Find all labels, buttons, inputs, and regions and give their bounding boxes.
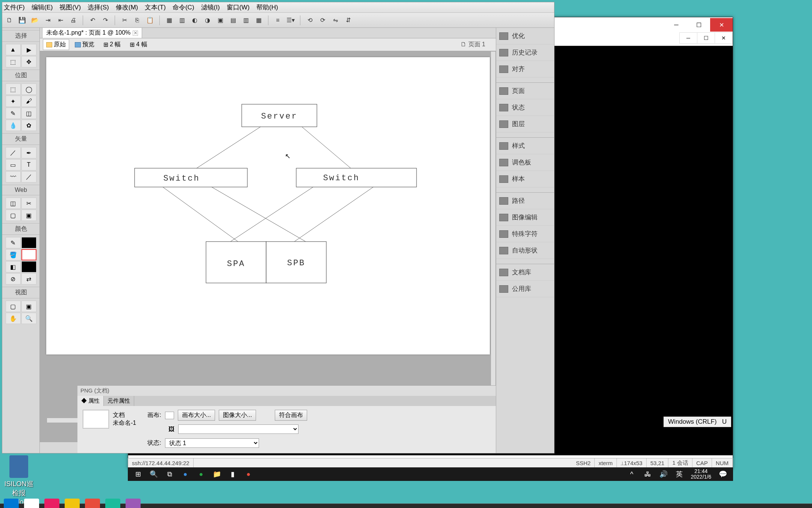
menu-command[interactable]: 命令(C) — [173, 3, 194, 12]
app-icon[interactable]: ▮ — [225, 468, 241, 480]
tray-chevron-icon[interactable]: ^ — [624, 468, 640, 480]
sub-close[interactable]: ✕ — [715, 32, 733, 44]
menu-modify[interactable]: 修改(M) — [116, 3, 138, 12]
ungroup-icon[interactable]: ▥ — [177, 15, 187, 25]
tool-panel[interactable]: 选择 ▲ ▶ ⬚ ✥ 位图 ⬚ ◯ ✦ 🖌 ✎ ◫ 💧 ✿ 矢量 ／ ✒ — [2, 28, 40, 453]
align2-icon[interactable]: ☰▾ — [286, 15, 295, 25]
tb-app3[interactable] — [44, 499, 59, 508]
hide-tool[interactable]: ▢ — [6, 210, 21, 221]
menu-filter[interactable]: 滤镜(I) — [201, 3, 220, 12]
start-icon[interactable]: ⊞ — [130, 468, 146, 480]
open-icon[interactable]: 📂 — [30, 15, 40, 25]
view-2up[interactable]: ⊞ 2 幅 — [100, 39, 124, 50]
rotate-l-icon[interactable]: ⟲ — [305, 15, 315, 25]
shape2-icon[interactable]: ◑ — [203, 15, 212, 25]
clock[interactable]: 21:442022/1/6 — [687, 468, 715, 480]
view-4up[interactable]: ⊞ 4 幅 — [126, 39, 150, 50]
pointer-tool[interactable]: ▲ — [6, 44, 21, 55]
swap-colors[interactable] — [21, 261, 36, 272]
screen-mode2[interactable]: ▣ — [21, 301, 36, 312]
panel-swatches[interactable]: 样本 — [496, 171, 554, 187]
host-taskbar[interactable] — [0, 503, 812, 508]
panel-autoshape[interactable]: 自动形状 — [496, 242, 554, 259]
embedded-taskbar[interactable]: ⊞ 🔍 ⧉ ● ● 📁 ▮ ● ^ 🖧 🔊 英 21:442022/1/6 💬 — [128, 467, 733, 481]
shape1-icon[interactable]: ◐ — [190, 15, 200, 25]
flip-v-icon[interactable]: ⇵ — [343, 15, 353, 25]
print-icon[interactable]: 🖨 — [68, 15, 78, 25]
panel-doclib[interactable]: 文档库 — [496, 264, 554, 281]
flip-h-icon[interactable]: ⇋ — [330, 15, 340, 25]
stamp-tool[interactable]: ✿ — [21, 120, 36, 131]
tb-app1[interactable] — [4, 499, 19, 508]
text-tool[interactable]: T — [21, 159, 36, 170]
menubar[interactable]: 文件(F) 编辑(E) 视图(V) 选择(S) 修改(M) 文本(T) 命令(C… — [2, 2, 554, 13]
sub-maximize[interactable]: ☐ — [697, 32, 715, 44]
tb-app5[interactable] — [85, 499, 100, 508]
page-indicator[interactable]: 🗋 页面 1 — [461, 41, 493, 49]
line-tool[interactable]: ／ — [6, 147, 21, 158]
save-icon[interactable]: 💾 — [17, 15, 27, 25]
menu-view[interactable]: 视图(V) — [59, 3, 81, 12]
close-button[interactable]: ✕ — [710, 18, 733, 32]
tb-app7[interactable] — [126, 499, 141, 508]
tb-app4[interactable] — [65, 499, 80, 508]
panel-styles[interactable]: 样式 — [496, 138, 554, 154]
panel-history[interactable]: 历史记录 — [496, 44, 554, 61]
menu-edit[interactable]: 编辑(E) — [32, 3, 53, 12]
subselect-tool[interactable]: ▶ — [21, 44, 36, 55]
nocolor[interactable]: ⊘ — [6, 273, 21, 284]
doc-tab-active[interactable]: 未命名-1.png* : 页面 1 @ 100% ✕ — [42, 27, 142, 38]
screen-mode1[interactable]: ▢ — [6, 301, 21, 312]
default-colors[interactable]: ◧ — [6, 261, 21, 272]
maximize-button[interactable]: ☐ — [688, 18, 710, 32]
sub-minimize[interactable]: ─ — [679, 32, 697, 44]
chrome-icon[interactable]: ● — [193, 468, 209, 480]
fill-swatch[interactable] — [21, 249, 36, 260]
props-tab-symbol[interactable]: 元件属性 — [104, 396, 134, 406]
stroke-swatch[interactable] — [21, 237, 36, 248]
network-icon[interactable]: 🖧 — [640, 468, 656, 480]
group-icon[interactable]: ▦ — [164, 15, 174, 25]
blur-tool[interactable]: 💧 — [6, 120, 21, 131]
stroke-color[interactable]: ✎ — [6, 237, 21, 248]
sound-icon[interactable]: 🔊 — [656, 468, 671, 480]
tb-app2[interactable] — [24, 499, 39, 508]
panel-palette[interactable]: 调色板 — [496, 154, 554, 171]
lasso-tool[interactable]: ◯ — [21, 84, 36, 95]
wand-tool[interactable]: ✦ — [6, 96, 21, 107]
app2-icon[interactable]: ● — [241, 468, 256, 480]
canvas[interactable]: Server Switch Switch SPA SPB — [46, 57, 490, 354]
panel-align[interactable]: 对齐 — [496, 61, 554, 78]
panel-layers[interactable]: 图层 — [496, 116, 554, 132]
view-original[interactable]: 原始 — [43, 39, 69, 50]
properties-panel[interactable]: PNG (文档) ◆ 属性 元件属性 文档 未命名-1 — [77, 385, 496, 453]
menu-text[interactable]: 文本(T) — [145, 3, 166, 12]
menu-file[interactable]: 文件(F) — [4, 3, 25, 12]
tb-app6[interactable] — [105, 499, 120, 508]
panel-special[interactable]: 特殊字符 — [496, 226, 554, 242]
explorer-icon[interactable]: 📁 — [209, 468, 225, 480]
new-icon[interactable]: 🗋 — [5, 15, 14, 25]
doc-tabs[interactable]: 未命名-1.png* : 页面 1 @ 100% ✕ — [40, 28, 496, 38]
fit-canvas-button[interactable]: 符合画布 — [275, 410, 307, 421]
paste-icon[interactable]: 📋 — [145, 15, 155, 25]
rotate-r-icon[interactable]: ⟳ — [318, 15, 327, 25]
layer1-icon[interactable]: ▣ — [215, 15, 225, 25]
view-preview[interactable]: 预览 — [71, 39, 98, 50]
cut-icon[interactable]: ✂ — [120, 15, 129, 25]
marquee-tool[interactable]: ⬚ — [6, 84, 21, 95]
gif-select[interactable] — [178, 424, 298, 434]
knife-tool[interactable]: ／ — [21, 171, 36, 183]
crop-tool[interactable]: ⬚ — [6, 56, 21, 67]
doc-tab-close[interactable]: ✕ — [133, 30, 138, 36]
panel-imgedit[interactable]: 图像编辑 — [496, 209, 554, 226]
menu-select[interactable]: 选择(S) — [88, 3, 109, 12]
transform-tool[interactable]: ✥ — [21, 56, 36, 67]
layer3-icon[interactable]: ▥ — [241, 15, 251, 25]
pencil-tool[interactable]: ✎ — [6, 108, 21, 119]
main-toolbar[interactable]: 🗋 💾 📂 ⇥ ⇤ 🖨 ↶ ↷ ✂ ⎘ 📋 ▦ ▥ ◐ ◑ ▣ ▤ ▥ ▦ ≡ … — [2, 13, 554, 28]
zoom-tool[interactable]: 🔍 — [21, 313, 36, 324]
taskview-icon[interactable]: ⧉ — [162, 468, 177, 480]
undo-icon[interactable]: ↶ — [88, 15, 97, 25]
align-icon[interactable]: ≡ — [273, 15, 283, 25]
